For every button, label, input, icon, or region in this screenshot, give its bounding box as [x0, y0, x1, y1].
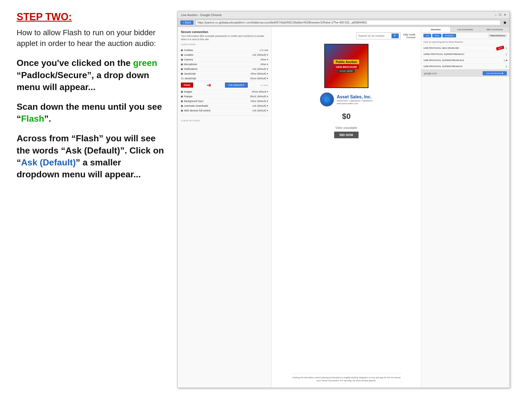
brochure-view-btn[interactable]: VIEW BROCHURE [334, 65, 359, 69]
search-box: 🔍 [356, 32, 401, 39]
minimize-button[interactable]: – [495, 13, 497, 17]
setting-javascript-11-label: 11 JavaScript [181, 77, 196, 80]
browser-bottom-bar: google.com Live Auctioneer ▶ [421, 70, 510, 77]
list-item[interactable]: 1258 PROTOCOL SUPERSTREAM EV ❯ [421, 63, 510, 70]
setting-downloads-label: Automatic Downloads [184, 104, 208, 107]
auction-brochure[interactable]: Public Auction VIEW BROCHURE CLICK HERE! [324, 44, 369, 88]
setting-images-value[interactable]: Show default ▾ [252, 90, 268, 93]
setting-downloads-value[interactable]: Ask (default) ▾ [252, 104, 268, 107]
setting-javascript-value[interactable]: Allow (default) ▾ [250, 72, 268, 75]
window-controls: – ☐ ✕ [495, 13, 506, 17]
user-account[interactable]: Account [403, 36, 415, 39]
bid-disclaimer: Clicking the bid button and/or placing a… [291, 374, 402, 382]
tab-after-increments[interactable]: After Increments [480, 27, 510, 32]
clear-settings-link[interactable]: CLEAR SETTINGS [181, 119, 268, 122]
browser-titlebar: Live Auction - Google Chrome – ☐ ✕ [178, 11, 510, 19]
flash-arrow: ➔ [207, 82, 211, 88]
brochure-click-here[interactable]: CLICK HERE! [338, 70, 355, 73]
brochure-image: Public Auction VIEW BROCHURE CLICK HERE! [324, 44, 369, 88]
flash-label: Flash [181, 83, 193, 88]
setting-notifications-value[interactable]: Ask (default) ▾ [252, 68, 268, 70]
tab-live-increments[interactable]: Live Increments [451, 27, 480, 32]
setting-microphone-label: Microphone [184, 63, 197, 66]
listing-name-3: 1258 PROTOCOL SUPERSTREAM ELD [423, 59, 501, 62]
setting-popups-value[interactable]: Block (default) ▾ [250, 95, 268, 98]
setting-bgsync: Background Sync Allow (default) ▾ [181, 99, 268, 104]
setting-location-value[interactable]: Ask (default) ▾ [252, 53, 268, 56]
secure-desc: Your information (like example passwords… [181, 35, 268, 41]
setting-camera-label: Camera [184, 58, 193, 61]
action-flow[interactable]: Flow [432, 34, 441, 37]
setting-dot [181, 110, 183, 112]
setting-bgsync-value[interactable]: Allow (default) ▾ [250, 100, 268, 103]
setting-camera-value[interactable]: Allow ▾ [260, 58, 268, 61]
instruction-1: Once you've clicked on the green “Padloc… [17, 57, 166, 93]
browser-urlbar: < Back https://partner.co.globalauctionp… [178, 19, 510, 27]
setting-flash-row: Flash ➔ Ask (default) ▾ as www [181, 81, 268, 89]
url-input[interactable]: https://partner.co.globalauctionplatform… [196, 20, 501, 25]
action-list[interactable]: List [423, 34, 431, 37]
bid-now-button[interactable]: BID NOW [334, 132, 359, 138]
tab-absentee[interactable]: Absentee [421, 27, 451, 32]
setting-notifications: Notifications Ask (default) ▾ [181, 67, 268, 71]
listings-actions: List Flow Available Teleconference [421, 32, 510, 39]
setting-location: Location Ask (default) ▾ [181, 53, 268, 57]
listing-name-2: 1258G PROTOCOL SUPERSTREAM EV [423, 53, 503, 55]
flash-value[interactable]: Ask (default) ▾ [225, 83, 248, 88]
video-unavailable: Video unavailable [333, 124, 360, 132]
setting-dot [181, 54, 183, 56]
setting-midi-label: MIDI devices full control [184, 109, 211, 112]
setting-midi: MIDI devices full control Ask (default) … [181, 108, 268, 113]
secure-title: Secure connection [181, 30, 268, 34]
setting-dot [181, 96, 183, 98]
setting-dot [181, 105, 183, 107]
setting-downloads: Automatic Downloads Ask (default) ▾ [181, 104, 268, 108]
instruction-1-green: green [133, 58, 157, 68]
connect-button[interactable]: Live Auctioneer ▶ [483, 71, 507, 75]
maximize-button[interactable]: ☐ [499, 13, 502, 17]
setting-cookies-sub: 1 in use [259, 49, 268, 52]
browser-content: Secure connection Your information (like… [178, 27, 510, 388]
listing-name-4: 1258 PROTOCOL SUPERSTREAM EV [423, 65, 503, 68]
list-item[interactable]: 1258G PROTOCOL SUPERSTREAM EV ❯ [421, 51, 510, 57]
right-listings-panel: Absentee Live Increments After Increment… [421, 27, 510, 388]
setting-midi-value[interactable]: Ask (default) ▾ [252, 109, 268, 112]
setting-dot [181, 49, 183, 51]
asset-sales-name-text: Asset Sales, Inc. [337, 94, 373, 99]
back-button[interactable]: < Back [180, 21, 193, 25]
list-item[interactable]: 1258 PROTOCOL SUPERSTREAM ELD ❯ ■ [421, 57, 510, 63]
learn-more-link[interactable]: LEARN MORE [181, 43, 268, 46]
bookmark-icon[interactable]: ★ [503, 20, 507, 25]
globe-icon: 🌐 [320, 93, 334, 106]
setting-javascript-11-value[interactable]: Show (default) ▾ [250, 77, 268, 80]
teleconference-btn[interactable]: Teleconference [488, 34, 507, 37]
listings-tabs: Absentee Live Increments After Increment… [421, 27, 510, 32]
listing-arrow-1: ❯ [505, 47, 507, 50]
setting-dot [181, 91, 183, 93]
close-button[interactable]: ✕ [504, 13, 506, 17]
center-panel: 🔍 Sally Smith Account Public Auction VIE… [272, 27, 421, 388]
user-area: Sally Smith Account [403, 33, 415, 39]
search-input[interactable] [358, 34, 392, 37]
step-subtitle: How to allow Flash to run on your bidder… [17, 27, 166, 49]
setting-notifications-label: Notifications [184, 68, 198, 70]
setting-popups-label: Popups [184, 95, 193, 98]
instruction-3: Across from “Flash” you will see the wor… [17, 132, 166, 180]
listing-extra-3: ■ [506, 59, 507, 62]
user-name: Sally Smith [403, 33, 415, 36]
setting-dot [181, 100, 183, 102]
search-icon[interactable]: 🔍 [392, 34, 399, 38]
setting-microphone: Microphone Allow ▾ [181, 62, 268, 67]
site-settings-panel: Secure connection Your information (like… [178, 27, 272, 388]
setting-microphone-value[interactable]: Allow ▾ [260, 63, 268, 66]
listing-arrow-4: ❯ [505, 65, 507, 68]
action-available[interactable]: Available [443, 34, 456, 37]
listing-arrow-2: ❯ [505, 53, 507, 56]
list-item[interactable]: 1258 PROTOCOL NEO DRUM HIM NEW ❯ [421, 45, 510, 51]
setting-dot [181, 59, 183, 61]
setting-javascript: JavaScript Allow (default) ▾ [181, 71, 268, 76]
asset-sales-name: Asset Sales, Inc. auctioneers • appraise… [337, 94, 373, 105]
setting-images-label: Images [184, 90, 192, 93]
setting-javascript-11: 11 JavaScript Show (default) ▾ [181, 76, 268, 81]
setting-dot [181, 63, 183, 65]
